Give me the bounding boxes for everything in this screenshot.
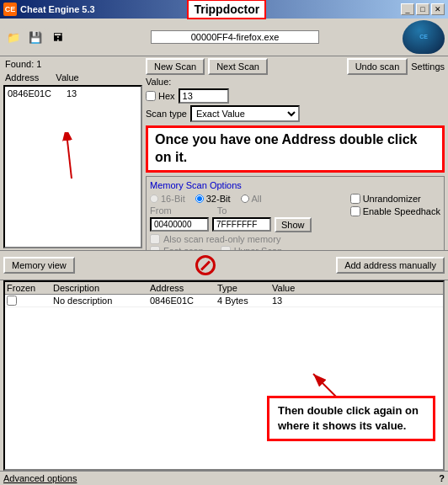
process-display: 00000FF4-firefox.exe [151, 30, 319, 44]
right-panel: New Scan Next Scan Undo scan Settings Va… [146, 58, 445, 248]
annotation2-text: Then double click again on where it show… [278, 404, 419, 432]
frozen-cell [7, 296, 53, 306]
stop-scan-button[interactable] [195, 255, 216, 275]
readonly-row: Also scan read-only memory [150, 234, 440, 244]
value-cell: 13 [272, 296, 314, 306]
readonly-text: Also scan read-only memory [163, 234, 280, 244]
hex-row: Hex [146, 88, 445, 104]
svg-line-1 [67, 141, 72, 179]
open-button[interactable]: 📁 [3, 28, 24, 46]
readonly-checkbox[interactable] [150, 234, 160, 244]
hex-checkbox-label: Hex [146, 91, 175, 101]
address-table[interactable]: Frozen Description Address Type Value No… [3, 280, 445, 471]
settings-label[interactable]: Settings [411, 61, 445, 72]
title-bar-buttons: _ □ ✕ [401, 3, 445, 15]
save-button[interactable]: 💾 [25, 28, 45, 46]
all-radio[interactable] [241, 195, 249, 203]
address-table-container: Frozen Description Address Type Value No… [0, 280, 448, 471]
speedhack-checkbox[interactable] [350, 206, 360, 216]
scan-type-select[interactable]: Exact Value Bigger than... Smaller than.… [190, 105, 300, 122]
found-label: Found: 1 [3, 58, 142, 70]
memory-view-button[interactable]: Memory view [3, 257, 75, 274]
bit32-label: 32-Bit [195, 194, 231, 204]
type-cell: 4 Bytes [217, 296, 272, 306]
frozen-checkbox[interactable] [7, 296, 17, 306]
value-row: Value: [146, 77, 445, 87]
value-label: Value: [146, 77, 171, 87]
table-row[interactable]: No description 0846E01C 4 Bytes 13 [5, 295, 443, 307]
hex-checkbox[interactable] [146, 91, 156, 101]
list-address: 0846E01C [8, 88, 67, 99]
list-headers: Address Value [3, 72, 142, 83]
list-item[interactable]: 0846E01C 13 [6, 88, 140, 99]
unrandomizer-label: Unrandomizer [350, 194, 440, 204]
unrandomizer-text: Unrandomizer [363, 194, 421, 204]
content-area: Found: 1 Address Value 0846E01C 13 [0, 56, 448, 250]
stop-line [200, 260, 211, 270]
annotation-box-1: Once you have one Address double click o… [146, 125, 445, 173]
col-frozen-header: Frozen [7, 283, 53, 293]
from-input[interactable] [150, 217, 209, 232]
annotation1-text: Once you have one Address double click o… [155, 132, 418, 164]
show-button[interactable]: Show [275, 217, 312, 232]
next-scan-button[interactable]: Next Scan [208, 58, 268, 75]
memory-scan-title: Memory Scan Options [150, 180, 440, 190]
col-value-header2: Value [272, 283, 314, 293]
hex-label: Hex [158, 91, 175, 101]
title-bar: CE Cheat Engine 5.3 Trippdoctor _ □ ✕ [0, 0, 448, 19]
trippdoctor-label: Trippdoctor [194, 3, 259, 16]
bottom-toolbar: Memory view Add address manually [0, 250, 448, 280]
hex-value-input[interactable] [179, 88, 229, 104]
col-type-header: Type [217, 283, 272, 293]
help-button[interactable]: ? [439, 473, 445, 483]
fastscan-text: Fast scan [163, 246, 204, 250]
hyperscan-text: Hyper Scan [234, 246, 282, 250]
to-input[interactable] [212, 217, 271, 232]
address-cell: 0846E01C [150, 296, 217, 306]
close-button[interactable]: ✕ [431, 3, 445, 15]
save2-button[interactable]: 🖬 [47, 28, 67, 46]
bit32-text: 32-Bit [206, 194, 231, 204]
all-text: All [252, 194, 262, 204]
unrandomizer-checkbox[interactable] [350, 194, 360, 204]
status-bar: Advanced options ? [0, 471, 448, 485]
minimize-button[interactable]: _ [401, 3, 414, 15]
col-address-header: Address [5, 72, 39, 83]
scan-buttons-row: New Scan Next Scan Undo scan Settings [146, 58, 445, 75]
fastscan-row: Fast scan [150, 246, 204, 250]
toolbar: 📁 💾 🖬 00000FF4-firefox.exe CE [0, 19, 448, 56]
new-scan-button[interactable]: New Scan [146, 58, 205, 75]
col-value-header: Value [56, 72, 78, 83]
title-bar-left: CE Cheat Engine 5.3 [3, 3, 95, 16]
memory-scan-section: Memory Scan Options 16-Bit 32-Bit All [146, 176, 445, 250]
window-title: Cheat Engine 5.3 [20, 4, 95, 14]
left-panel: Found: 1 Address Value 0846E01C 13 [3, 58, 142, 248]
all-label: All [241, 194, 262, 204]
app-icon: CE [3, 3, 17, 16]
description-cell: No description [53, 296, 150, 306]
speedhack-text: Enable Speedhack [363, 206, 440, 216]
range-inputs-row: Show [150, 217, 440, 232]
bit16-text: 16-Bit [161, 194, 185, 204]
table-header: Frozen Description Address Type Value [5, 282, 443, 295]
bit16-radio[interactable] [150, 195, 158, 203]
main-window: CE Cheat Engine 5.3 Trippdoctor _ □ ✕ 📁 … [0, 0, 448, 485]
fastscan-checkbox[interactable] [150, 246, 160, 250]
list-value: 13 [67, 88, 77, 99]
process-name: 00000FF4-firefox.exe [191, 32, 280, 42]
hyperscan-row: Hyper Scan [221, 246, 282, 250]
hyperscan-checkbox[interactable] [221, 246, 231, 250]
bit16-label: 16-Bit [150, 194, 185, 204]
scan-type-label: Scan type [146, 109, 187, 119]
advanced-options-link[interactable]: Advanced options [3, 473, 77, 483]
bit32-radio[interactable] [195, 195, 204, 203]
maximize-button[interactable]: □ [416, 3, 429, 15]
annotation-box-2: Then double click again on where it show… [267, 396, 435, 441]
add-address-button[interactable]: Add address manually [336, 257, 445, 274]
undo-scan-button[interactable]: Undo scan [347, 58, 408, 75]
speedhack-label: Enable Speedhack [350, 206, 440, 216]
col-description-header: Description [53, 283, 150, 293]
scan-type-row: Scan type Exact Value Bigger than... Sma… [146, 105, 445, 122]
arrow-icon-1 [51, 132, 101, 183]
from-label: From [150, 205, 172, 216]
